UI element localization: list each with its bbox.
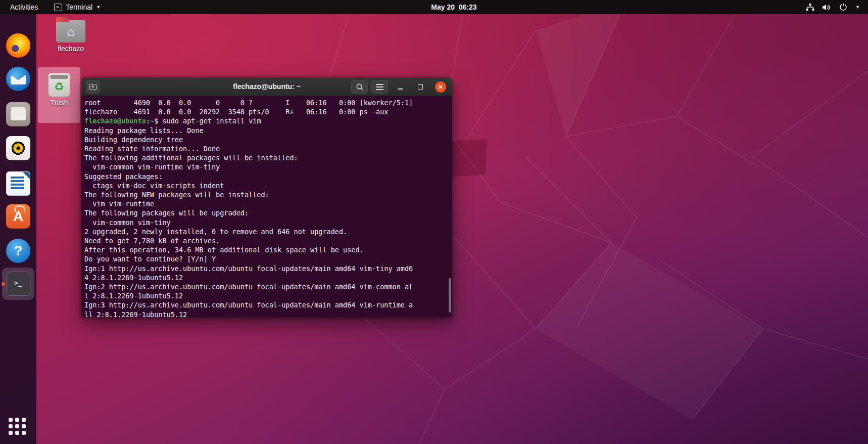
grid-dot	[22, 418, 26, 422]
search-icon	[356, 83, 364, 91]
dock-item-files[interactable]	[6, 102, 30, 126]
hamburger-icon	[376, 86, 383, 87]
dock-item-help[interactable]: ?	[6, 239, 30, 263]
dock-item-rhythmbox[interactable]	[6, 136, 30, 160]
home-glyph-icon: ⌂	[56, 20, 85, 42]
help-icon: ?	[6, 239, 30, 263]
network-wired-icon	[806, 4, 814, 11]
rhythmbox-icon	[6, 136, 30, 160]
grid-dot	[9, 418, 13, 422]
power-icon	[839, 3, 847, 11]
grid-dot	[22, 431, 26, 435]
dock-item-libreoffice-writer[interactable]	[6, 171, 30, 196]
ubuntu-software-icon: A	[6, 204, 30, 229]
search-button[interactable]	[351, 80, 368, 94]
clock[interactable]: May 20 06:23	[431, 3, 476, 11]
terminal-window: + flechazo@ubuntu: ~ × root 4690 0.0 0.0…	[81, 77, 452, 317]
minimize-button[interactable]	[395, 81, 406, 93]
trash-icon: ♻	[49, 73, 70, 97]
new-tab-icon: +	[89, 84, 97, 90]
prompt-colon: :	[146, 117, 150, 125]
desktop-icon-trash[interactable]: ♻ Trash	[35, 70, 83, 107]
maximize-icon	[418, 84, 423, 90]
new-tab-button[interactable]: +	[86, 80, 100, 94]
dock: A ? >_	[0, 14, 36, 444]
prompt-command: sudo apt-get install vim	[158, 117, 261, 125]
terminal-app-icon: >_	[6, 272, 30, 296]
window-titlebar[interactable]: + flechazo@ubuntu: ~ ×	[81, 77, 452, 96]
top-bar: Activities > Terminal ▼ May 20 06:23 ▼	[0, 0, 868, 14]
app-menu-label: Terminal	[66, 3, 92, 11]
app-menu-terminal[interactable]: > Terminal ▼	[48, 0, 107, 14]
dock-item-terminal[interactable]: >_	[6, 272, 30, 296]
minimize-icon	[398, 88, 403, 90]
home-folder-icon: ⌂	[56, 20, 85, 42]
prompt-user-host: flechazo@ubuntu	[84, 117, 146, 125]
desktop-icon-home-folder[interactable]: ⌂ flechazo	[46, 16, 95, 53]
grid-dot	[22, 424, 26, 428]
close-button[interactable]: ×	[435, 81, 446, 93]
dock-running-indicator	[2, 282, 5, 286]
chevron-down-icon: ▼	[855, 5, 860, 10]
grid-dot	[15, 424, 19, 428]
terminal-icon: >	[54, 4, 62, 11]
terminal-text: root 4690 0.0 0.0 0 0 ? I 06:16 0:00 [kw…	[81, 96, 452, 317]
libreoffice-writer-icon	[6, 171, 30, 196]
activities-button[interactable]: Activities	[0, 0, 48, 14]
volume-icon	[823, 4, 831, 11]
recycle-glyph-icon: ♻	[49, 79, 70, 95]
thunderbird-icon	[6, 67, 30, 91]
system-status-area[interactable]: ▼	[798, 0, 868, 14]
files-icon	[6, 102, 30, 126]
show-applications-button[interactable]	[9, 418, 28, 437]
grid-dot	[15, 431, 19, 435]
dock-item-ubuntu-software[interactable]: A	[6, 204, 30, 229]
dock-item-firefox[interactable]	[6, 33, 30, 58]
chevron-down-icon: ▼	[96, 5, 101, 10]
maximize-button[interactable]	[415, 81, 426, 93]
grid-dot	[15, 418, 19, 422]
desktop-icon-label: Trash	[35, 99, 83, 107]
scrollbar-thumb[interactable]	[449, 278, 451, 313]
grid-dot	[9, 424, 13, 428]
terminal-output-area[interactable]: root 4690 0.0 0.0 0 0 ? I 06:16 0:00 [kw…	[81, 96, 452, 317]
dock-item-thunderbird[interactable]	[6, 67, 30, 91]
firefox-icon	[6, 33, 30, 58]
grid-dot	[9, 431, 13, 435]
prompt-path: ~	[150, 117, 154, 125]
apt-output: Reading package lists... Done Building d…	[84, 126, 413, 317]
menu-button[interactable]	[371, 80, 388, 94]
desktop-icon-label: flechazo	[46, 45, 95, 53]
ps-output: root 4690 0.0 0.0 0 0 ? I 06:16 0:00 [kw…	[84, 99, 413, 116]
